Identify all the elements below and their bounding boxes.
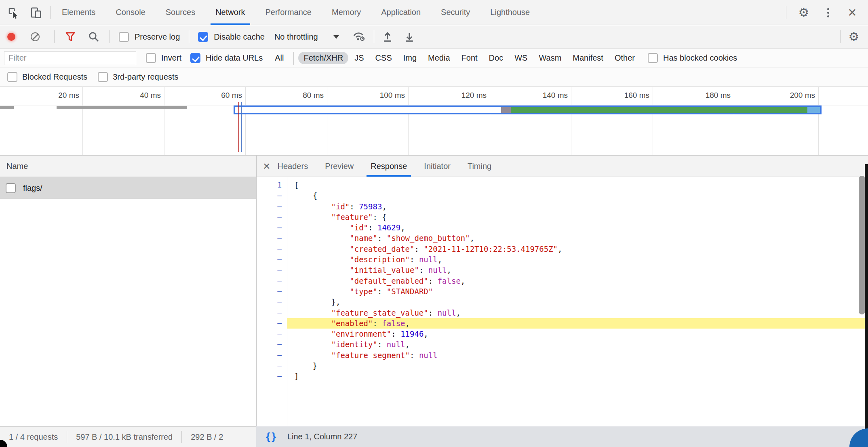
- divider: [50, 6, 51, 19]
- divider: [293, 52, 294, 65]
- tab-security[interactable]: Security: [441, 0, 470, 25]
- tab-network[interactable]: Network: [215, 0, 245, 25]
- third-party-requests-label: 3rd-party requests: [113, 72, 178, 82]
- tab-lighthouse[interactable]: Lighthouse: [490, 0, 530, 25]
- gutter-marker: –: [257, 329, 287, 339]
- preserve-log-checkbox[interactable]: [119, 32, 129, 42]
- tab-console[interactable]: Console: [116, 0, 145, 25]
- type-filter-media[interactable]: Media: [423, 52, 455, 64]
- settings-gear-icon[interactable]: ⚙: [797, 6, 811, 19]
- timeline-tick-label: 200 ms: [750, 91, 815, 100]
- waterfall-segment: [807, 107, 820, 113]
- pretty-print-braces-icon[interactable]: {}: [265, 431, 277, 443]
- timeline-tick-label: 140 ms: [502, 91, 568, 100]
- type-filter-fetch-xhr[interactable]: Fetch/XHR: [298, 52, 348, 64]
- detail-tab-response[interactable]: Response: [371, 156, 407, 177]
- has-blocked-cookies-label: Has blocked cookies: [663, 53, 737, 63]
- type-filter-all[interactable]: All: [270, 52, 289, 64]
- gutter-marker: –: [257, 276, 287, 286]
- search-icon[interactable]: [87, 30, 101, 44]
- hide-data-urls-label: Hide data URLs: [206, 53, 263, 63]
- vertical-scrollbar[interactable]: [859, 176, 865, 314]
- page-event-line: [241, 102, 242, 152]
- has-blocked-cookies-checkbox[interactable]: [648, 53, 658, 63]
- timeline-tick-label: 40 ms: [95, 91, 161, 100]
- gutter-marker: –: [257, 212, 287, 222]
- divider: [374, 30, 374, 43]
- close-detail-icon[interactable]: ×: [257, 156, 278, 177]
- blocked-requests-checkbox[interactable]: [7, 72, 17, 82]
- throttling-dropdown-arrow-icon[interactable]: [333, 35, 339, 39]
- tab-memory[interactable]: Memory: [332, 0, 361, 25]
- timeline-gridline: [818, 87, 819, 155]
- filter-input[interactable]: [4, 51, 136, 65]
- request-list-panel: Name flags/: [0, 156, 256, 426]
- code-line: "type": "STANDARD": [287, 286, 868, 297]
- page-event-line: [238, 102, 239, 152]
- gutter-marker: –: [257, 318, 287, 329]
- hide-data-urls-checkbox[interactable]: [190, 53, 200, 63]
- network-settings-gear-icon[interactable]: ⚙: [847, 30, 861, 44]
- import-har-icon[interactable]: [381, 30, 394, 44]
- gutter-marker: –: [257, 350, 287, 361]
- request-row-flags[interactable]: flags/: [0, 177, 256, 199]
- type-filter-font[interactable]: Font: [456, 52, 483, 64]
- timeline-gridline: [164, 87, 164, 155]
- detail-tab-preview[interactable]: Preview: [325, 156, 354, 177]
- timeline-tick-label: 180 ms: [665, 91, 731, 100]
- type-filter-manifest[interactable]: Manifest: [567, 52, 609, 64]
- type-filter-ws[interactable]: WS: [509, 52, 533, 64]
- highlighted-code-line: "enabled": false,: [287, 318, 868, 329]
- request-row-checkbox[interactable]: [6, 183, 16, 193]
- device-toolbar-icon[interactable]: [29, 6, 43, 19]
- type-filter-wasm[interactable]: Wasm: [533, 52, 567, 64]
- throttling-select[interactable]: No throttling: [274, 32, 318, 42]
- request-overview-bar: [57, 106, 187, 109]
- detail-tab-timing[interactable]: Timing: [468, 156, 491, 177]
- type-filter-other[interactable]: Other: [609, 52, 640, 64]
- gutter-marker: –: [257, 265, 287, 275]
- close-devtools-icon[interactable]: ×: [845, 6, 859, 19]
- tab-application[interactable]: Application: [381, 0, 421, 25]
- gutter-marker: –: [257, 339, 287, 350]
- network-overview-timeline[interactable]: 20 ms40 ms60 ms80 ms100 ms120 ms140 ms16…: [0, 87, 868, 156]
- network-conditions-icon[interactable]: [352, 30, 366, 44]
- gutter-marker: –: [257, 254, 287, 265]
- tab-sources[interactable]: Sources: [166, 0, 195, 25]
- summary-segment: 1 / 4 requests: [0, 432, 67, 442]
- tab-performance[interactable]: Performance: [265, 0, 312, 25]
- response-code: [ { "id": 75983, "feature": { "id": 1462…: [287, 177, 868, 426]
- clear-network-log-icon[interactable]: [31, 32, 40, 41]
- timeline-gridline: [653, 87, 653, 155]
- timeline-tick-label: 20 ms: [14, 91, 79, 100]
- type-filter-img[interactable]: Img: [398, 52, 422, 64]
- code-line: "id": 75983,: [287, 201, 868, 212]
- name-column-header[interactable]: Name: [0, 156, 256, 177]
- detail-tab-initiator[interactable]: Initiator: [424, 156, 451, 177]
- type-filter-doc[interactable]: Doc: [484, 52, 509, 64]
- tab-elements[interactable]: Elements: [62, 0, 95, 25]
- code-line: "feature_segment": null: [287, 350, 868, 361]
- type-filter-js[interactable]: JS: [349, 52, 369, 64]
- inspect-element-icon[interactable]: [6, 6, 20, 19]
- disable-cache-checkbox[interactable]: [198, 32, 208, 42]
- code-line: },: [287, 297, 868, 307]
- response-viewer: 1–––––––––––––––––– [ { "id": 75983, "fe…: [257, 177, 868, 426]
- export-har-icon[interactable]: [402, 30, 416, 44]
- window-edge: [865, 164, 868, 447]
- type-filter-css[interactable]: CSS: [370, 52, 397, 64]
- network-filter-bar: Invert Hide data URLs AllFetch/XHRJSCSSI…: [0, 49, 868, 67]
- code-line: "initial_value": null,: [287, 265, 868, 275]
- gutter-marker: –: [257, 361, 287, 371]
- third-party-requests-checkbox[interactable]: [98, 72, 108, 82]
- network-summary-bar: 1 / 4 requests597 B / 10.1 kB transferre…: [0, 426, 256, 447]
- kebab-menu-icon[interactable]: [821, 6, 835, 19]
- blocked-requests-label: Blocked Requests: [22, 72, 87, 82]
- code-line: "created_date": "2021-11-12T10:22:53.419…: [287, 244, 868, 254]
- detail-tab-headers[interactable]: Headers: [278, 156, 308, 177]
- filter-funnel-icon[interactable]: [63, 30, 77, 44]
- record-network-log-button[interactable]: [7, 33, 15, 41]
- gutter-marker: –: [257, 222, 287, 233]
- invert-checkbox[interactable]: [146, 53, 156, 63]
- invert-label: Invert: [161, 53, 181, 63]
